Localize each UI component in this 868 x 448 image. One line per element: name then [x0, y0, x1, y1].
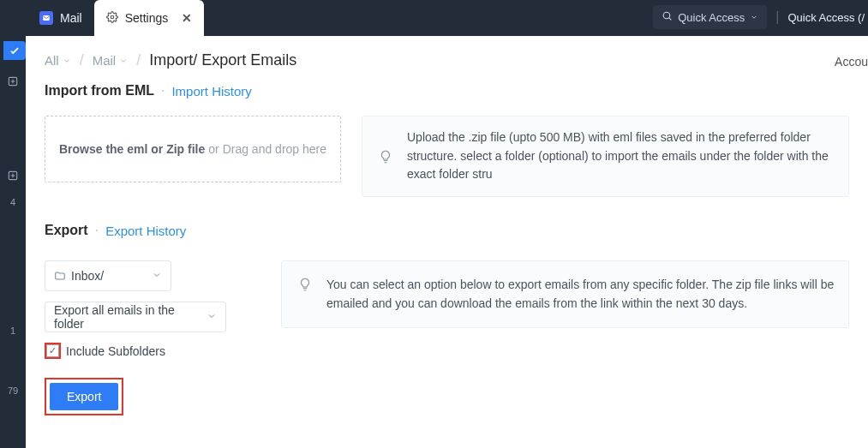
rail-add2-icon[interactable]	[3, 166, 22, 185]
quick-access-label: Quick Access	[678, 11, 745, 24]
export-title: Export	[45, 223, 88, 238]
quick-access-area: Quick Access | Quick Access (/	[653, 5, 868, 29]
export-hint: You can select an option below to export…	[281, 260, 849, 328]
crumb-all-label: All	[45, 53, 59, 68]
import-title: Import from EML	[45, 83, 154, 99]
tab-settings[interactable]: Settings ✕	[94, 0, 205, 36]
include-subfolders-checkbox[interactable]: ✓	[46, 344, 59, 357]
mail-app-icon	[39, 11, 53, 25]
svg-point-1	[111, 15, 114, 19]
gear-icon	[106, 11, 118, 26]
page-title: Import/ Export Emails	[149, 51, 296, 69]
checkbox-highlight: ✓	[45, 343, 61, 359]
top-bar: Mail Settings ✕ Quick Access | Quick Acc…	[0, 0, 868, 36]
main-panel: All / Mail / Import/ Export Emails Accou…	[26, 36, 868, 448]
rail-badge-1: 1	[10, 326, 15, 336]
rail-compose-icon[interactable]	[3, 41, 26, 60]
crumb-sep: /	[80, 51, 84, 69]
dot-sep: ·	[95, 223, 99, 238]
chevron-down-icon	[63, 57, 71, 65]
folder-select-value: Inbox/	[71, 269, 104, 283]
account-link[interactable]: Accou	[835, 55, 868, 69]
dropzone-strong: Browse the eml or Zip file	[59, 142, 205, 156]
lightbulb-icon	[296, 275, 314, 294]
crumb-mail-label: Mail	[93, 53, 117, 68]
quick-access-right[interactable]: Quick Access (/	[787, 11, 868, 24]
lightbulb-icon	[376, 147, 395, 166]
tab-mail[interactable]: Mail	[27, 0, 94, 36]
include-subfolders-label: Include Subfolders	[66, 344, 165, 358]
import-history-link[interactable]: Import History	[171, 84, 251, 99]
crumb-all[interactable]: All	[45, 53, 71, 68]
import-dropzone[interactable]: Browse the eml or Zip file or Drag and d…	[45, 116, 341, 182]
chevron-down-icon	[207, 310, 217, 324]
breadcrumb: All / Mail / Import/ Export Emails Accou	[26, 36, 868, 83]
dropzone-rest: or Drag and drop here	[208, 142, 326, 156]
include-subfolders-row: ✓ Include Subfolders	[45, 343, 250, 359]
rail-badge-79: 79	[8, 385, 18, 396]
folder-icon	[54, 270, 66, 282]
rail-badge-4: 4	[10, 197, 15, 207]
chevron-down-icon	[750, 11, 758, 24]
quick-access-search[interactable]: Quick Access	[653, 5, 767, 29]
rail-add-icon[interactable]	[3, 72, 22, 91]
import-header: Import from EML · Import History	[45, 83, 849, 99]
search-icon	[661, 10, 673, 24]
scope-select-value: Export all emails in the folder	[54, 303, 207, 331]
crumb-mail[interactable]: Mail	[93, 53, 129, 68]
export-history-link[interactable]: Export History	[105, 224, 186, 238]
crumb-sep: /	[136, 51, 141, 69]
chevron-down-icon	[119, 57, 128, 65]
left-rail: 4 1 79	[0, 36, 26, 448]
export-button[interactable]: Export	[50, 383, 118, 410]
tab-settings-label: Settings	[125, 11, 169, 25]
import-hint: Upload the .zip file (upto 500 MB) with …	[362, 116, 849, 197]
chevron-down-icon	[152, 269, 162, 283]
import-hint-text: Upload the .zip file (upto 500 MB) with …	[407, 128, 835, 184]
export-button-highlight: Export	[45, 378, 123, 415]
tab-strip: Mail Settings ✕	[27, 0, 204, 36]
close-icon[interactable]: ✕	[182, 11, 192, 25]
svg-point-2	[663, 12, 670, 19]
export-hint-text: You can select an option below to export…	[326, 275, 835, 314]
folder-select[interactable]: Inbox/	[45, 260, 171, 291]
scope-select[interactable]: Export all emails in the folder	[45, 302, 226, 332]
dot-sep: ·	[161, 83, 165, 99]
export-header: Export · Export History	[45, 223, 849, 238]
tab-mail-label: Mail	[60, 11, 82, 25]
